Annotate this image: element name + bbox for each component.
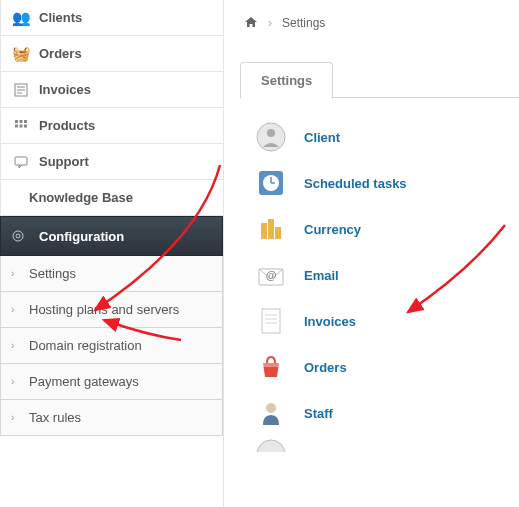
currency-icon	[254, 212, 288, 246]
orders-icon	[254, 350, 288, 384]
chevron-right-icon: ›	[11, 412, 23, 423]
nav-products-label: Products	[39, 118, 95, 133]
nav-support-label: Support	[39, 154, 89, 169]
sub-settings-label: Settings	[29, 266, 76, 281]
settings-row-orders[interactable]: Orders	[254, 344, 519, 390]
svg-rect-5	[20, 120, 23, 123]
sub-hosting-label: Hosting plans and servers	[29, 302, 179, 317]
sub-gateways[interactable]: › Payment gateways	[0, 364, 223, 400]
invoice-icon	[11, 82, 31, 98]
nav-knowledge-base[interactable]: Knowledge Base	[0, 180, 223, 216]
home-icon[interactable]	[244, 15, 258, 32]
settings-currency-label: Currency	[304, 222, 361, 237]
svg-point-11	[13, 231, 23, 241]
sub-gateways-label: Payment gateways	[29, 374, 139, 389]
chevron-right-icon: ›	[11, 376, 23, 387]
settings-row-scheduled[interactable]: Scheduled tasks	[254, 160, 519, 206]
breadcrumb: › Settings	[240, 8, 519, 38]
svg-text:@: @	[266, 269, 277, 281]
settings-list: Client Scheduled tasks Currency @ Email …	[240, 98, 519, 458]
sidebar: 👥 Clients 🧺 Orders Invoices Products Sup…	[0, 0, 224, 507]
chevron-right-icon: ›	[11, 268, 23, 279]
svg-rect-6	[24, 120, 27, 123]
settings-client-label: Client	[304, 130, 340, 145]
sub-domain[interactable]: › Domain registration	[0, 328, 223, 364]
nav-invoices-label: Invoices	[39, 82, 91, 97]
settings-scheduled-label: Scheduled tasks	[304, 176, 407, 191]
chevron-right-icon: ›	[11, 304, 23, 315]
svg-rect-8	[20, 124, 23, 127]
svg-rect-21	[275, 227, 281, 239]
invoices-icon	[254, 304, 288, 338]
email-icon: @	[254, 258, 288, 292]
sub-hosting[interactable]: › Hosting plans and servers	[0, 292, 223, 328]
settings-staff-label: Staff	[304, 406, 333, 421]
main-content: › Settings Settings Client Scheduled tas…	[224, 0, 519, 507]
nav-kb-label: Knowledge Base	[29, 190, 133, 205]
nav-invoices[interactable]: Invoices	[0, 72, 223, 108]
sub-domain-label: Domain registration	[29, 338, 142, 353]
svg-point-30	[257, 440, 285, 452]
chevron-right-icon: ›	[11, 340, 23, 351]
svg-rect-7	[15, 124, 18, 127]
gear-icon	[11, 228, 31, 244]
nav-orders-label: Orders	[39, 46, 82, 61]
settings-orders-label: Orders	[304, 360, 347, 375]
basket-icon: 🧺	[11, 46, 31, 62]
svg-rect-28	[263, 363, 279, 367]
settings-invoices-label: Invoices	[304, 314, 356, 329]
breadcrumb-current[interactable]: Settings	[282, 16, 325, 30]
settings-row-email[interactable]: @ Email	[254, 252, 519, 298]
nav-configuration-header[interactable]: Configuration	[0, 216, 223, 256]
settings-row-invoices[interactable]: Invoices	[254, 298, 519, 344]
tab-settings[interactable]: Settings	[240, 62, 333, 99]
nav-clients[interactable]: 👥 Clients	[0, 0, 223, 36]
svg-point-29	[266, 403, 276, 413]
settings-row-staff[interactable]: Staff	[254, 390, 519, 436]
nav-configuration-label: Configuration	[39, 229, 124, 244]
settings-row-currency[interactable]: Currency	[254, 206, 519, 252]
nav-clients-label: Clients	[39, 10, 82, 25]
staff-icon	[254, 396, 288, 430]
settings-row-partial[interactable]	[254, 436, 519, 458]
settings-row-client[interactable]: Client	[254, 114, 519, 160]
partial-icon	[254, 436, 288, 458]
svg-rect-19	[261, 223, 267, 239]
svg-rect-24	[262, 309, 280, 333]
nav-support[interactable]: Support	[0, 144, 223, 180]
clock-icon	[254, 166, 288, 200]
tab-settings-label: Settings	[261, 73, 312, 88]
client-icon	[254, 120, 288, 154]
svg-rect-20	[268, 219, 274, 239]
sub-settings[interactable]: › Settings	[0, 256, 223, 292]
people-icon: 👥	[11, 10, 31, 26]
svg-point-14	[267, 129, 275, 137]
svg-rect-10	[15, 157, 27, 165]
sub-tax-label: Tax rules	[29, 410, 81, 425]
svg-rect-9	[24, 124, 27, 127]
tab-bar: Settings	[240, 62, 519, 98]
nav-products[interactable]: Products	[0, 108, 223, 144]
svg-rect-4	[15, 120, 18, 123]
svg-point-12	[16, 234, 20, 238]
chat-icon	[11, 154, 31, 170]
settings-email-label: Email	[304, 268, 339, 283]
sub-tax[interactable]: › Tax rules	[0, 400, 223, 436]
breadcrumb-separator: ›	[268, 16, 272, 30]
grid-icon	[11, 118, 31, 134]
nav-orders[interactable]: 🧺 Orders	[0, 36, 223, 72]
